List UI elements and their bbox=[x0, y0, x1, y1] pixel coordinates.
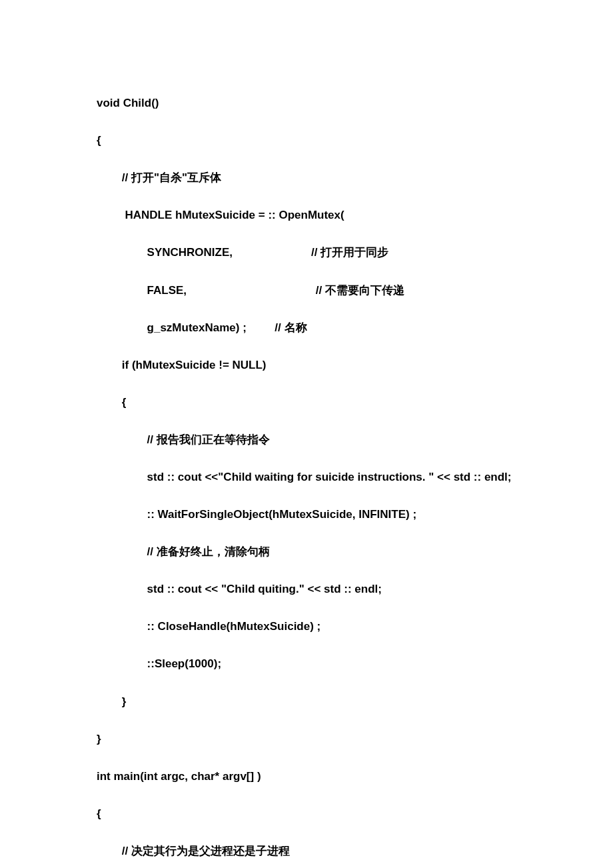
code-line: // 报告我们正在等待指令 bbox=[97, 431, 613, 449]
code-line: { bbox=[97, 805, 613, 823]
code-line: { bbox=[97, 131, 613, 150]
code-line: // 准备好终止，清除句柄 bbox=[97, 543, 613, 561]
code-line: ::Sleep(1000); bbox=[97, 655, 613, 673]
code-line: void Child() bbox=[97, 94, 613, 113]
code-line: int main(int argc, char* argv[] ) bbox=[97, 767, 613, 786]
code-line: } bbox=[97, 693, 613, 711]
code-line: std :: cout << "Child quiting." << std :… bbox=[97, 580, 613, 599]
code-line: if (hMutexSuicide != NULL) bbox=[97, 356, 613, 375]
code-line: g_szMutexName) ; // 名称 bbox=[97, 319, 613, 337]
code-line: // 打开"自杀"互斥体 bbox=[97, 169, 613, 187]
code-line: // 决定其行为是父进程还是子进程 bbox=[97, 842, 613, 861]
code-line: :: WaitForSingleObject(hMutexSuicide, IN… bbox=[97, 505, 613, 524]
code-line: SYNCHRONIZE, // 打开用于同步 bbox=[97, 243, 613, 262]
code-line: { bbox=[97, 393, 613, 412]
code-line: :: CloseHandle(hMutexSuicide) ; bbox=[97, 617, 613, 636]
code-line: HANDLE hMutexSuicide = :: OpenMutex( bbox=[97, 206, 613, 225]
code-block: void Child() { // 打开"自杀"互斥体 HANDLE hMute… bbox=[97, 75, 613, 868]
code-line: } bbox=[97, 730, 613, 749]
code-line: std :: cout <<"Child waiting for suicide… bbox=[97, 468, 613, 487]
code-line: FALSE, // 不需要向下传递 bbox=[97, 281, 613, 300]
